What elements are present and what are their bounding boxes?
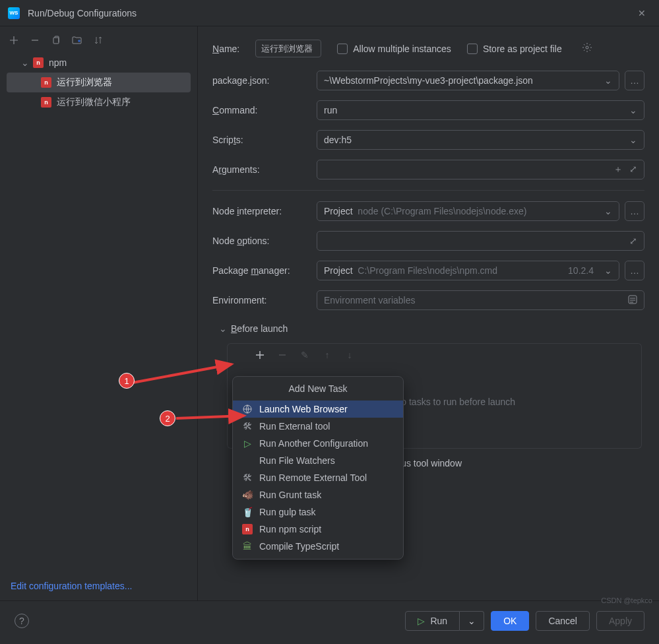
run-dropdown[interactable]: ⌄ [460, 611, 484, 631]
help-icon[interactable]: ? [15, 614, 29, 628]
remove-task-icon [276, 349, 288, 361]
node-interpreter-label: Node interpreter: [212, 206, 317, 216]
popup-item-gulp[interactable]: 🥤 Run gulp task [233, 503, 403, 521]
tree-item-label: 运行到浏览器 [57, 77, 112, 88]
chevron-down-icon: ⌄ [604, 265, 612, 276]
chevron-down-icon: ⌄ [629, 105, 637, 115]
popup-item-file-watchers[interactable]: Run File Watchers [233, 452, 403, 469]
annotation-arrow-1 [129, 358, 241, 391]
sidebar-toolbar [0, 29, 197, 53]
popup-item-external-tool[interactable]: 🛠 Run External tool [233, 418, 403, 435]
checkbox-icon [467, 44, 478, 54]
run-icon: ▷ [242, 438, 253, 449]
node-options-label: Node options: [212, 236, 317, 246]
edit-task-icon: ✎ [299, 349, 311, 361]
move-up-icon: ↑ [321, 349, 333, 361]
browse-button[interactable]: … [625, 201, 644, 221]
close-icon[interactable]: ✕ [633, 5, 651, 21]
package-json-input[interactable]: ~\WebstormProjects\my-vue3-project\packa… [317, 71, 619, 90]
blank-icon [242, 455, 253, 466]
browse-button[interactable]: … [625, 71, 644, 90]
gulp-icon: 🥤 [242, 507, 253, 517]
package-manager-select[interactable]: Project C:\Program Files\nodejs\npm.cmd … [317, 261, 619, 280]
before-launch-title: Before launch [231, 323, 288, 334]
chevron-down-icon[interactable]: ⌄ [219, 323, 227, 334]
tree-item-label: 运行到微信小程序 [57, 96, 131, 108]
add-config-icon[interactable] [8, 34, 20, 46]
popup-item-launch-browser[interactable]: Launch Web Browser [233, 401, 403, 418]
edit-templates-link[interactable]: Edit configuration templates... [11, 581, 132, 591]
popup-item-another-config[interactable]: ▷ Run Another Configuration [233, 435, 403, 452]
chevron-down-icon: ⌄ [629, 135, 637, 145]
svg-rect-0 [53, 38, 59, 44]
chevron-down-icon: ⌄ [604, 75, 612, 86]
expand-icon[interactable]: ⤢ [629, 236, 637, 246]
folder-config-icon[interactable] [71, 34, 83, 46]
add-macro-icon[interactable]: ＋ [613, 164, 623, 176]
command-select[interactable]: run ⌄ [317, 100, 644, 120]
sort-config-icon[interactable] [92, 34, 104, 46]
env-vars-icon[interactable] [628, 295, 637, 306]
run-icon: ▷ [418, 616, 425, 626]
typescript-icon: 🏛 [242, 541, 253, 552]
popup-item-remote-tool[interactable]: 🛠 Run Remote External Tool [233, 469, 403, 486]
browse-button[interactable]: … [625, 261, 644, 280]
apply-button: Apply [596, 611, 644, 631]
window-titlebar: WS Run/Debug Configurations ✕ [0, 0, 659, 26]
ok-button[interactable]: OK [491, 611, 529, 631]
environment-input[interactable]: Environment variables [317, 290, 644, 310]
window-title: Run/Debug Configurations [28, 8, 633, 18]
command-label: Command: [212, 105, 317, 115]
tree-item-wechat[interactable]: n 运行到微信小程序 [7, 92, 191, 112]
popup-item-typescript[interactable]: 🏛 Compile TypeScript [233, 538, 403, 555]
annotation-arrow-2 [173, 406, 252, 426]
name-input[interactable] [255, 40, 321, 57]
gear-icon[interactable] [582, 42, 592, 55]
arguments-label: Arguments: [212, 164, 317, 175]
tools-icon: 🛠 [242, 472, 253, 483]
npm-icon: n [242, 524, 253, 534]
before-launch-toolbar: ✎ ↑ ↓ [227, 343, 642, 366]
scripts-select[interactable]: dev:h5 ⌄ [317, 130, 644, 150]
arguments-input[interactable]: ＋ ⤢ [317, 160, 644, 179]
move-down-icon: ↓ [344, 349, 356, 361]
package-manager-label: Package manager: [212, 265, 317, 276]
copy-config-icon[interactable] [50, 34, 62, 46]
svg-line-5 [133, 364, 232, 383]
name-label: Name: [212, 44, 239, 54]
grunt-icon: 🐗 [242, 490, 253, 500]
svg-line-7 [176, 416, 244, 418]
annotation-badge-2: 2 [160, 410, 175, 426]
run-button[interactable]: ▷ Run [405, 611, 460, 631]
node-interpreter-select[interactable]: Project node (C:\Program Files\nodejs\no… [317, 201, 619, 221]
package-json-label: package.json: [212, 75, 317, 86]
popup-item-grunt[interactable]: 🐗 Run Grunt task [233, 486, 403, 503]
expand-icon[interactable]: ⤢ [629, 164, 637, 176]
add-task-popup: Add New Task Launch Web Browser 🛠 Run Ex… [232, 376, 404, 560]
remove-config-icon[interactable] [29, 34, 41, 46]
tree-item-browser[interactable]: n 运行到浏览器 [7, 73, 191, 92]
dialog-footer: ? ▷ Run ⌄ OK Cancel Apply [0, 600, 659, 640]
checkbox-icon [337, 44, 348, 54]
npm-icon: n [33, 57, 44, 68]
tree-root-npm[interactable]: ⌄ n npm [7, 53, 191, 73]
chevron-down-icon: ⌄ [604, 206, 612, 216]
allow-multiple-checkbox[interactable]: Allow multiple instances [337, 44, 451, 54]
webstorm-logo-icon: WS [8, 7, 20, 19]
popup-title: Add New Task [233, 377, 403, 401]
annotation-badge-1: 1 [119, 373, 135, 389]
store-project-checkbox[interactable]: Store as project file [467, 44, 562, 54]
chevron-down-icon: ⌄ [21, 57, 29, 68]
node-options-input[interactable]: ⤢ [317, 231, 644, 251]
svg-point-1 [586, 46, 588, 49]
config-sidebar: ⌄ n npm n 运行到浏览器 n 运行到微信小程序 Edit configu… [0, 26, 198, 600]
npm-icon: n [41, 97, 51, 108]
watermark: CSDN @tepkco [601, 596, 652, 604]
npm-icon: n [41, 77, 51, 88]
scripts-label: Scripts: [212, 135, 317, 145]
cancel-button[interactable]: Cancel [536, 611, 590, 631]
pm-version: 10.2.4 [568, 265, 594, 276]
add-task-icon[interactable] [254, 349, 266, 361]
popup-item-npm-script[interactable]: n Run npm script [233, 521, 403, 538]
environment-label: Environment: [212, 295, 317, 306]
